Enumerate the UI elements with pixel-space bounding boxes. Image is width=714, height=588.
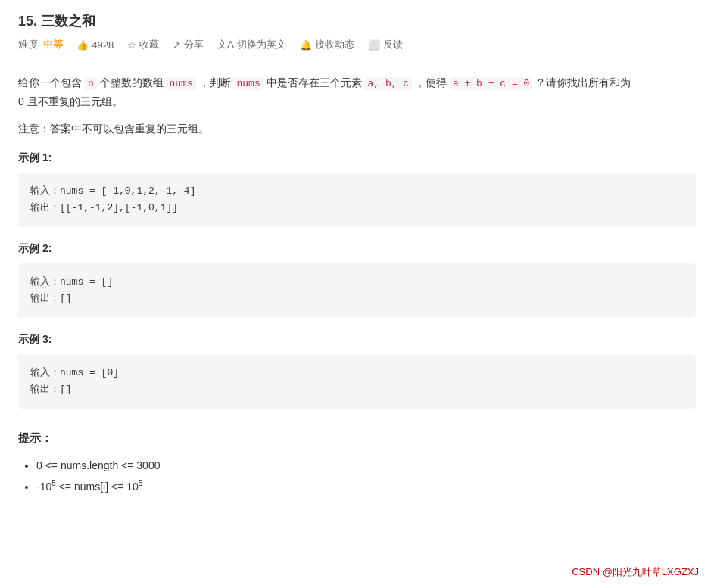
example-3-output-value: [] — [60, 384, 72, 395]
switch-lang-button[interactable]: 文A 切换为英文 — [217, 38, 286, 51]
footer-brand: CSDN @阳光九叶草LXGZXJ — [572, 565, 699, 579]
star-icon: ☆ — [127, 39, 136, 51]
example-2-output-value: [] — [60, 293, 72, 304]
share-button[interactable]: ↗ 分享 — [173, 38, 204, 51]
desc-text-1: 给你一个包含 — [18, 76, 85, 89]
example-3-output: 输出：[] — [30, 381, 684, 398]
bell-icon: 🔔 — [300, 39, 312, 51]
problem-title: 15. 三数之和 — [18, 12, 696, 30]
example-1-title: 示例 1: — [18, 151, 696, 165]
example-2-output: 输出：[] — [30, 291, 684, 307]
example-1-input-label: 输入： — [30, 185, 60, 197]
example-2-input: 输入：nums = [] — [30, 274, 684, 291]
hints-title: 提示： — [18, 431, 696, 446]
example-3-block: 输入：nums = [0] 输出：[] — [18, 354, 696, 409]
desc-text-6: ？请你找出所有和为 — [532, 76, 631, 89]
desc-n: n — [85, 77, 97, 90]
desc-text-7: 0 且不重复的三元组。 — [18, 95, 123, 107]
example-1-output-value: [[-1,-1,2],[-1,0,1]] — [60, 202, 178, 213]
problem-note: 注意：答案中不可以包含重复的三元组。 — [18, 123, 696, 136]
desc-equation: a + b + c = 0 — [450, 77, 532, 90]
example-1-block: 输入：nums = [-1,0,1,2,-1,-4] 输出：[[-1,-1,2]… — [18, 173, 696, 227]
example-2-input-value: nums = [] — [60, 276, 113, 288]
thumbs-up-icon: 👍 — [76, 39, 89, 51]
note-text: 注意：答案中不可以包含重复的三元组。 — [18, 123, 209, 135]
problem-description: 给你一个包含 n 个整数的数组 nums ，判断 nums 中是否存在三个元素 … — [18, 73, 696, 112]
share-icon: ↗ — [173, 39, 181, 51]
example-3-output-label: 输出： — [30, 384, 60, 395]
example-3-title: 示例 3: — [18, 333, 696, 347]
example-2-input-label: 输入： — [30, 276, 60, 288]
feedback-icon: ⬜ — [368, 39, 380, 51]
hints-section: 提示： 0 <= nums.length <= 3000 -105 <= num… — [18, 431, 696, 497]
example-3-input: 输入：nums = [0] — [30, 365, 684, 381]
example-2-title: 示例 2: — [18, 242, 696, 256]
desc-text-4: 中是否存在三个元素 — [263, 76, 365, 89]
example-1-output-label: 输出： — [30, 202, 60, 213]
hint-item-1: 0 <= nums.length <= 3000 — [36, 455, 696, 476]
example-3-input-value: nums = [0] — [60, 367, 119, 378]
hint-item-2: -105 <= nums[i] <= 105 — [36, 476, 696, 497]
feedback-button[interactable]: ⬜ 反馈 — [368, 38, 403, 51]
subscribe-button[interactable]: 🔔 接收动态 — [300, 38, 354, 51]
desc-abc: a, b, c — [364, 77, 412, 90]
collect-button[interactable]: ☆ 收藏 — [127, 38, 159, 51]
likes-button[interactable]: 👍 4928 — [76, 39, 114, 51]
example-1-output: 输出：[[-1,-1,2],[-1,0,1]] — [30, 200, 684, 216]
meta-bar: 难度 中等 👍 4928 ☆ 收藏 ↗ 分享 文A 切换为英文 🔔 接收动态 ⬜… — [18, 38, 696, 61]
example-2-output-label: 输出： — [30, 293, 60, 304]
difficulty-label: 难度 中等 — [18, 38, 63, 51]
desc-text-5: ，使得 — [412, 76, 450, 89]
brand-text: CSDN @阳光九叶草LXGZXJ — [572, 566, 699, 577]
main-container: 15. 三数之和 难度 中等 👍 4928 ☆ 收藏 ↗ 分享 文A 切换为英文… — [0, 0, 714, 527]
desc-nums-2: nums — [233, 77, 263, 90]
desc-text-3: ，判断 — [196, 76, 234, 89]
example-2-block: 输入：nums = [] 输出：[] — [18, 263, 696, 318]
desc-text-2: 个整数的数组 — [97, 76, 167, 89]
hint-1-text: 0 <= nums.length <= 3000 — [36, 459, 160, 471]
difficulty-value: 中等 — [43, 39, 63, 50]
example-1-input-value: nums = [-1,0,1,2,-1,-4] — [60, 185, 195, 197]
example-3-input-label: 输入： — [30, 367, 60, 378]
hint-2-text: -105 <= nums[i] <= 105 — [36, 481, 142, 493]
translate-icon: 文A — [217, 38, 234, 51]
example-1-input: 输入：nums = [-1,0,1,2,-1,-4] — [30, 183, 684, 200]
desc-nums-1: nums — [166, 77, 195, 90]
hints-list: 0 <= nums.length <= 3000 -105 <= nums[i]… — [18, 455, 696, 497]
